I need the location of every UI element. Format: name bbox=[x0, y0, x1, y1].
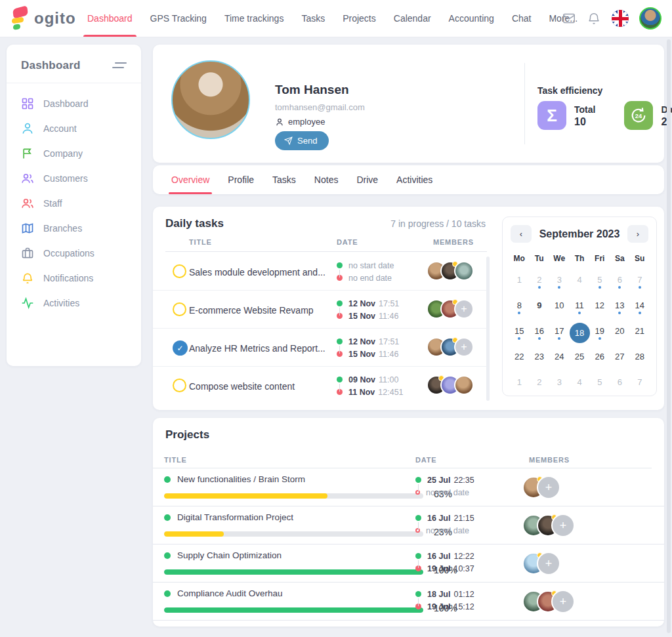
sidebar-item-company[interactable]: Company bbox=[7, 141, 141, 166]
sidebar-item-notifications[interactable]: Notifications bbox=[7, 266, 141, 291]
calendar-day[interactable]: 21 bbox=[630, 322, 650, 346]
nav-item-gps-tracking[interactable]: GPS Tracking bbox=[150, 0, 207, 37]
calendar-next-button[interactable]: › bbox=[627, 225, 648, 243]
task-checkbox[interactable] bbox=[173, 302, 186, 316]
task-checkbox[interactable]: ✓ bbox=[173, 340, 188, 356]
project-row: New functionalities / Brain Storm63%25 J… bbox=[153, 468, 664, 506]
add-member-button[interactable]: + bbox=[454, 299, 474, 319]
sidebar-item-label: Occupations bbox=[43, 248, 94, 258]
date-range: 16 Jul12:2219 Jul10:37 bbox=[415, 550, 474, 575]
end-date: no end date bbox=[415, 524, 474, 537]
day-number: 20 bbox=[615, 326, 624, 336]
start-dot-icon bbox=[415, 553, 421, 559]
calendar-day[interactable]: 4 bbox=[570, 271, 590, 295]
calendar-day[interactable]: 12 bbox=[590, 297, 610, 321]
calendar-day[interactable]: 3 bbox=[549, 271, 570, 295]
start-dot-icon bbox=[337, 300, 343, 306]
day-number: 12 bbox=[595, 300, 604, 310]
tab-notes[interactable]: Notes bbox=[314, 165, 339, 194]
sidebar-item-dashboard[interactable]: Dashboard bbox=[7, 91, 141, 116]
user-avatar[interactable] bbox=[639, 7, 662, 30]
calendar-day[interactable]: 2 bbox=[530, 373, 550, 398]
calendar-prev-button[interactable]: ‹ bbox=[511, 225, 532, 243]
calendar-day[interactable]: 5 bbox=[590, 271, 610, 295]
calendar-day[interactable]: 14 bbox=[630, 297, 650, 321]
top-navigation-bar: ogito DashboardGPS TrackingTime tracking… bbox=[0, 0, 672, 37]
tab-tasks[interactable]: Tasks bbox=[272, 165, 296, 194]
calendar-day[interactable]: 6 bbox=[610, 271, 630, 295]
person-icon bbox=[275, 117, 284, 127]
calendar-day[interactable]: 9 bbox=[530, 297, 550, 321]
page-scrollbar[interactable] bbox=[667, 39, 671, 633]
calendar-day[interactable]: 25 bbox=[570, 348, 590, 372]
calendar-day[interactable]: 18 bbox=[570, 322, 590, 346]
mail-icon[interactable] bbox=[562, 11, 576, 26]
project-row: Digital Transformation Project23%16 Jul2… bbox=[153, 506, 664, 545]
nav-item-time-trackings[interactable]: Time trackings bbox=[224, 0, 284, 37]
calendar-day[interactable]: 7 bbox=[630, 271, 650, 295]
sidebar-item-account[interactable]: Account bbox=[7, 116, 141, 141]
sidebar-item-customers[interactable]: Customers bbox=[7, 166, 141, 191]
calendar-day[interactable]: 28 bbox=[630, 348, 650, 372]
nav-item-projects[interactable]: Projects bbox=[343, 0, 376, 37]
task-row: Sales module development and...no start … bbox=[153, 253, 488, 291]
calendar-day[interactable]: 7 bbox=[630, 373, 650, 398]
calendar-day[interactable]: 8 bbox=[509, 297, 530, 321]
uk-flag-icon[interactable] bbox=[612, 10, 629, 27]
bell-icon[interactable] bbox=[587, 11, 601, 26]
nav-item-chat[interactable]: Chat bbox=[512, 0, 532, 37]
calendar-day[interactable]: 3 bbox=[549, 373, 570, 398]
add-member-button[interactable]: + bbox=[537, 552, 560, 575]
calendar-day[interactable]: 6 bbox=[610, 373, 630, 398]
collapse-sidebar-icon[interactable] bbox=[112, 61, 127, 70]
calendar-day[interactable]: 10 bbox=[549, 297, 570, 321]
sidebar-item-activities[interactable]: Activities bbox=[7, 291, 141, 316]
calendar-day[interactable]: 24 bbox=[549, 348, 570, 372]
date-connector bbox=[418, 560, 419, 568]
sidebar-item-label: Staff bbox=[43, 198, 62, 209]
calendar-day[interactable]: 16 bbox=[530, 322, 550, 346]
tab-activities[interactable]: Activities bbox=[396, 165, 432, 194]
calendar-day[interactable]: 26 bbox=[590, 348, 610, 372]
calendar-day[interactable]: 13 bbox=[610, 297, 630, 321]
nav-item-dashboard[interactable]: Dashboard bbox=[87, 0, 133, 37]
sidebar-item-label: Customers bbox=[43, 173, 88, 184]
sidebar-list: DashboardAccountCompanyCustomersStaffBra… bbox=[7, 83, 141, 323]
nav-item-accounting[interactable]: Accounting bbox=[449, 0, 494, 37]
calendar-day[interactable]: 15 bbox=[509, 322, 530, 346]
calendar-day[interactable]: 1 bbox=[509, 373, 530, 398]
tab-overview[interactable]: Overview bbox=[171, 165, 209, 194]
nav-item-calendar[interactable]: Calendar bbox=[394, 0, 431, 37]
sidebar-item-branches[interactable]: Branches bbox=[7, 216, 141, 241]
calendar-day[interactable]: 2 bbox=[530, 271, 550, 295]
add-member-button[interactable]: + bbox=[551, 590, 575, 613]
task-checkbox[interactable] bbox=[173, 379, 186, 392]
sidebar-item-occupations[interactable]: Occupations bbox=[7, 241, 141, 266]
calendar-day[interactable]: 27 bbox=[610, 348, 630, 372]
nav-item-tasks[interactable]: Tasks bbox=[301, 0, 325, 37]
add-member-button[interactable]: + bbox=[551, 514, 575, 537]
progress-bar bbox=[164, 493, 423, 499]
calendar-day[interactable]: 11 bbox=[570, 297, 590, 321]
send-button[interactable]: Send bbox=[275, 131, 329, 150]
calendar-day[interactable]: 1 bbox=[509, 271, 530, 295]
calendar-day[interactable]: 20 bbox=[610, 322, 630, 346]
member-avatars bbox=[427, 261, 474, 281]
tasks-scrollbar[interactable] bbox=[486, 257, 490, 401]
start-date: 16 Jul12:22 bbox=[415, 550, 474, 562]
end-date: no end date bbox=[337, 272, 394, 284]
calendar-day[interactable]: 4 bbox=[570, 373, 590, 398]
add-member-button[interactable]: + bbox=[537, 476, 560, 499]
sidebar-item-staff[interactable]: Staff bbox=[7, 191, 141, 216]
tab-drive[interactable]: Drive bbox=[356, 165, 378, 194]
calendar-day[interactable]: 17 bbox=[549, 322, 570, 346]
calendar-day[interactable]: 22 bbox=[509, 348, 530, 372]
start-date: 12 Nov17:51 bbox=[337, 297, 399, 310]
task-checkbox[interactable] bbox=[173, 264, 186, 278]
add-member-button[interactable]: + bbox=[454, 337, 474, 357]
calendar-day[interactable]: 5 bbox=[590, 373, 610, 398]
calendar-day[interactable]: 19 bbox=[590, 322, 610, 346]
tab-profile[interactable]: Profile bbox=[228, 165, 254, 194]
calendar-day[interactable]: 23 bbox=[530, 348, 550, 372]
app-logo[interactable]: ogito bbox=[12, 7, 76, 30]
